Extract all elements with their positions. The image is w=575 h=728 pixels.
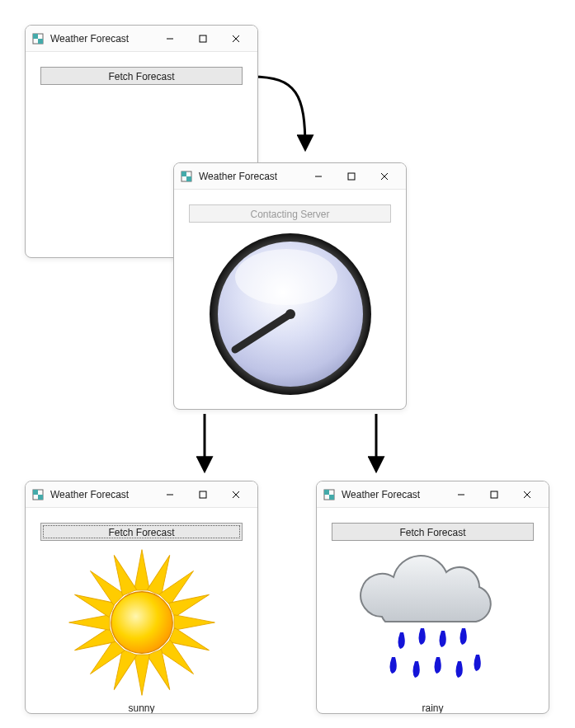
flow-arrow-loading-to-sunny [196, 412, 213, 477]
svg-rect-7 [181, 171, 186, 176]
minimize-icon [166, 35, 174, 43]
window-title: Weather Forecast [50, 489, 129, 500]
minimize-button[interactable] [302, 166, 335, 187]
weather-status-label: sunny [128, 702, 154, 714]
svg-point-12 [235, 249, 337, 305]
close-button[interactable] [368, 166, 401, 187]
close-button[interactable] [219, 484, 252, 505]
fetch-forecast-button[interactable]: Fetch Forecast [40, 67, 243, 85]
svg-rect-22 [324, 490, 329, 495]
minimize-button[interactable] [153, 28, 186, 49]
fetch-forecast-button[interactable]: Fetch Forecast [332, 523, 534, 541]
close-icon [232, 35, 240, 43]
titlebar[interactable]: Weather Forecast [317, 481, 549, 508]
close-icon [380, 172, 389, 181]
flow-arrow-initial-to-loading [247, 70, 338, 169]
maximize-button[interactable] [335, 166, 368, 187]
minimize-icon [166, 491, 174, 499]
titlebar[interactable]: Weather Forecast [174, 163, 406, 190]
minimize-icon [457, 491, 465, 499]
minimize-button[interactable] [153, 484, 186, 505]
svg-rect-5 [200, 35, 206, 42]
window-title: Weather Forecast [342, 489, 420, 500]
flow-arrow-loading-to-rainy [368, 412, 384, 477]
window-title: Weather Forecast [50, 33, 129, 45]
close-icon [232, 491, 240, 499]
svg-rect-24 [491, 491, 497, 498]
window-title: Weather Forecast [199, 171, 277, 182]
fetch-forecast-button[interactable]: Fetch Forecast [40, 523, 243, 541]
maximize-icon [347, 172, 356, 181]
svg-marker-19 [134, 550, 149, 590]
close-button[interactable] [219, 28, 252, 49]
svg-rect-16 [33, 490, 38, 495]
svg-rect-4 [38, 39, 43, 44]
svg-rect-17 [38, 495, 43, 500]
maximize-button[interactable] [478, 484, 511, 505]
app-icon [323, 489, 335, 500]
spinner-icon [204, 228, 377, 401]
maximize-button[interactable] [186, 28, 219, 49]
svg-rect-9 [348, 173, 355, 180]
svg-rect-23 [329, 495, 334, 500]
svg-point-20 [111, 592, 172, 653]
svg-rect-8 [186, 176, 191, 181]
titlebar[interactable]: Weather Forecast [26, 481, 257, 508]
titlebar[interactable]: Weather Forecast [26, 26, 257, 52]
window-sunny-state: Weather Forecast Fetch Forecast [25, 481, 258, 714]
window-rainy-state: Weather Forecast Fetch Forecast [316, 481, 549, 714]
app-icon [181, 171, 192, 182]
svg-rect-18 [200, 491, 206, 498]
close-button[interactable] [511, 484, 544, 505]
maximize-icon [199, 35, 207, 43]
window-loading-state: Weather Forecast Contacting Server [173, 162, 407, 410]
close-icon [523, 491, 531, 499]
app-icon [32, 33, 44, 45]
minimize-icon [314, 172, 323, 181]
maximize-icon [490, 491, 498, 499]
maximize-icon [199, 491, 207, 499]
weather-status-label: rainy [422, 702, 443, 714]
fetch-forecast-button-disabled: Contacting Server [189, 204, 391, 223]
sun-icon [65, 546, 219, 699]
rain-cloud-icon [351, 546, 516, 699]
svg-rect-3 [33, 34, 38, 39]
svg-point-14 [285, 309, 295, 319]
minimize-button[interactable] [445, 484, 478, 505]
app-icon [32, 489, 44, 500]
maximize-button[interactable] [186, 484, 219, 505]
